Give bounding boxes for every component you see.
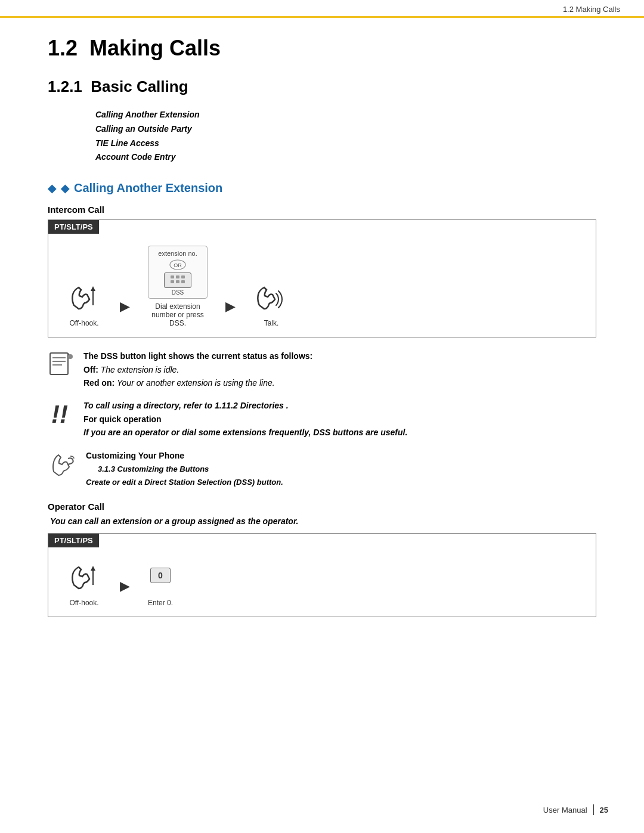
dss-box: extension no. OR xyxy=(148,246,208,299)
document-note-icon xyxy=(48,351,74,377)
diamond-icon-1: ◆ xyxy=(48,182,56,195)
offhook-phone-icon xyxy=(66,280,102,315)
svg-rect-6 xyxy=(181,275,185,278)
customizing-desc: Create or edit a Direct Station Selectio… xyxy=(86,476,283,489)
intercom-step-3: Talk. xyxy=(253,280,289,327)
dss-btn-row: OR xyxy=(164,259,191,296)
or-text: OR xyxy=(169,259,187,271)
intercom-step3-label: Talk. xyxy=(264,319,279,327)
customizing-text: Customizing Your Phone 3.1.3 Customizing… xyxy=(86,449,283,490)
note2-line1: To call using a directory, refer to 1.11… xyxy=(83,401,289,410)
footer-label: User Manual xyxy=(543,806,587,815)
keypad-icon xyxy=(169,274,186,285)
note1-row: The DSS button light shows the current s… xyxy=(48,349,596,389)
toc-item-1: Calling Another Extension xyxy=(95,108,596,122)
svg-text:!!: !! xyxy=(51,400,68,426)
footer-page: 25 xyxy=(600,806,608,815)
arrow-2: ▶ xyxy=(225,299,236,327)
intercom-step1-label: Off-hook. xyxy=(69,319,98,327)
toc-list: Calling Another Extension Calling an Out… xyxy=(95,108,596,165)
diamond-icon-2: ◆ xyxy=(61,182,69,195)
operator-arrow-1: ▶ xyxy=(120,578,130,607)
or-circle-icon: OR xyxy=(169,259,187,270)
operator-step-2: 0 Enter 0. xyxy=(148,568,173,607)
footer-divider xyxy=(593,804,594,815)
exclamation-note-icon: !! xyxy=(48,400,74,426)
intercom-step-1: Off-hook. xyxy=(66,280,102,327)
talk-phone-icon xyxy=(253,280,289,315)
note1-off-label: Off: xyxy=(83,365,98,374)
intercom-device-label: PT/SLT/PS xyxy=(48,220,99,234)
operator-label: Operator Call xyxy=(48,501,596,512)
svg-rect-9 xyxy=(181,280,185,283)
dss-button xyxy=(164,272,191,288)
customizing-row: Customizing Your Phone 3.1.3 Customizing… xyxy=(48,449,596,490)
operator-offhook-icon xyxy=(66,559,102,595)
zero-button: 0 xyxy=(150,568,171,583)
intercom-step-2: extension no. OR xyxy=(148,246,208,327)
svg-rect-7 xyxy=(171,280,174,283)
intercom-label: Intercom Call xyxy=(48,205,596,215)
note1-red-label: Red on: xyxy=(83,378,114,388)
top-bar: 1.2 Making Calls xyxy=(0,0,644,18)
customizing-phone-icon xyxy=(48,449,76,478)
operator-step2-label: Enter 0. xyxy=(148,599,173,607)
toc-item-4: Account Code Entry xyxy=(95,150,596,165)
footer: User Manual 25 xyxy=(543,804,608,815)
operator-step-1: Off-hook. xyxy=(66,559,102,607)
svg-text:OR: OR xyxy=(174,262,182,268)
svg-marker-1 xyxy=(91,286,95,291)
section-title: 1.2.1 Basic Calling xyxy=(48,78,596,96)
note1-line1: The DSS button light shows the current s… xyxy=(83,351,312,361)
toc-item-2: Calling an Outside Party xyxy=(95,122,596,137)
dss-label: DSS xyxy=(172,289,184,296)
extension-label: extension no. xyxy=(158,250,197,257)
svg-point-14 xyxy=(68,354,73,359)
operator-diagram-box: PT/SLT/PS Off-hook. ▶ 0 xyxy=(48,533,596,617)
note1-text: The DSS button light shows the current s… xyxy=(83,349,312,389)
main-content: 1.2 Making Calls 1.2.1 Basic Calling Cal… xyxy=(0,18,644,665)
arrow-1: ▶ xyxy=(120,299,130,327)
operator-diagram-content: Off-hook. ▶ 0 Enter 0. xyxy=(48,547,596,617)
note2-line2: For quick operation xyxy=(83,414,162,424)
intercom-diagram-content: Off-hook. ▶ extension no. OR xyxy=(48,234,596,337)
svg-rect-10 xyxy=(50,353,68,374)
intercom-step2-label: Dial extension number or press DSS. xyxy=(148,302,208,327)
operator-step1-label: Off-hook. xyxy=(69,599,98,607)
customizing-sub: 3.1.3 Customizing the Buttons xyxy=(98,463,283,476)
intercom-diagram-box: PT/SLT/PS Off-hook. ▶ xyxy=(48,219,596,337)
subsection-title: Calling Another Extension xyxy=(74,181,222,195)
operator-device-label: PT/SLT/PS xyxy=(48,534,99,547)
note1-off-text: The extension is idle. xyxy=(101,365,179,374)
chapter-title: 1.2 Making Calls xyxy=(48,36,596,61)
subsection-heading: ◆ ◆ Calling Another Extension xyxy=(48,181,596,195)
customizing-title: Customizing Your Phone xyxy=(86,449,283,463)
note1-red-text: Your or another extension is using the l… xyxy=(117,378,275,388)
toc-item-3: TIE Line Access xyxy=(95,137,596,151)
operator-italic-text: You can call an extension or a group ass… xyxy=(50,516,596,526)
svg-rect-8 xyxy=(176,280,179,283)
svg-marker-17 xyxy=(91,566,95,571)
note2-line3: If you are an operator or dial some exte… xyxy=(83,428,407,437)
top-bar-label: 1.2 Making Calls xyxy=(563,5,620,14)
svg-rect-4 xyxy=(171,275,174,278)
note2-row: !! To call using a directory, refer to 1… xyxy=(48,399,596,439)
note2-text: To call using a directory, refer to 1.11… xyxy=(83,399,407,439)
svg-rect-5 xyxy=(176,275,179,278)
